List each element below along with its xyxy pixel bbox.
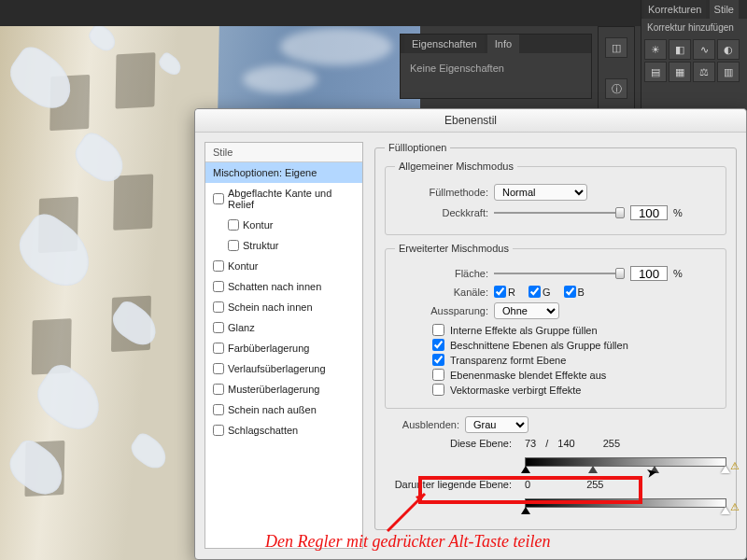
style-check-6[interactable] [213,301,224,313]
adj-exposure-icon[interactable]: ◐ [717,39,740,60]
adj-misc-icon[interactable]: ▥ [717,62,740,82]
info-icon[interactable]: ⓘ [605,78,627,99]
adv-check-label-1: Beschnittene Ebenen als Gruppe füllen [450,340,628,351]
annotation-text: Den Regler mit gedrückter Alt-Taste teil… [265,532,550,552]
style-item-6[interactable]: Schein nach innen [205,297,362,317]
style-label-9: Verlaufsüberlagerung [228,363,326,374]
warn-icon-2: ⚠ [730,501,740,513]
general-legend: Allgemeiner Mischmodus [395,161,517,172]
style-item-7[interactable]: Glanz [205,317,362,338]
adv-check-1[interactable] [432,339,444,351]
blendif-select[interactable]: Grau [465,416,529,433]
dialog-title: Ebenenstil [195,109,746,133]
style-label-2: Kontur [243,219,273,231]
knockout-label: Aussparung: [395,305,488,316]
channel-r-check[interactable] [494,286,506,298]
fill-input[interactable] [630,266,668,281]
this-black-stop[interactable] [521,466,530,473]
this-white-stop[interactable] [721,466,730,473]
style-label-4: Kontur [228,260,258,272]
style-item-2[interactable]: Kontur [205,215,362,235]
this-val-0: 73 [525,438,536,449]
adv-check-4[interactable] [432,384,444,396]
style-item-0[interactable]: Mischoptionen: Eigene [205,162,362,183]
style-item-5[interactable]: Schatten nach innen [205,276,362,297]
style-check-7[interactable] [213,322,224,333]
style-check-11[interactable] [213,404,224,415]
cursor-icon: ➤ [645,464,659,481]
style-check-9[interactable] [213,363,224,374]
style-item-9[interactable]: Verlaufsüberlagerung [205,358,362,379]
tab-eigenschaften[interactable]: Eigenschaften [404,35,485,53]
style-label-11: Schein nach außen [228,404,317,415]
this-split-lo[interactable] [588,466,598,473]
adj-brightness-icon[interactable]: ☀ [644,39,667,60]
style-label-3: Struktur [243,240,279,251]
style-check-2[interactable] [228,219,239,231]
adv-check-label-4: Vektormaske verbirgt Effekte [450,385,581,396]
fill-slider[interactable] [494,267,625,280]
opacity-slider[interactable] [494,206,625,219]
warn-icon: ⚠ [730,460,740,472]
blend-mode-select[interactable]: Normal [494,184,587,201]
fill-unit: % [673,268,683,279]
style-item-11[interactable]: Schein nach außen [205,399,362,420]
adv-check-label-0: Interne Effekte als Gruppe füllen [450,325,598,336]
adv-check-3[interactable] [432,369,444,381]
blend-mode-label: Füllmethode: [395,187,488,198]
opacity-label: Deckkraft: [395,207,488,218]
style-item-3[interactable]: Struktur [205,235,362,256]
channels-label: Kanäle: [395,287,488,298]
style-item-12[interactable]: Schlagschatten [205,420,362,441]
knockout-select[interactable]: Ohne [494,302,559,319]
channel-r-label: R [508,287,515,298]
style-label-6: Schein nach innen [228,301,313,313]
style-label-5: Schatten nach innen [228,281,321,292]
advanced-legend: Erweiterter Mischmodus [395,243,513,254]
tab-info[interactable]: Info [487,35,519,53]
opacity-input[interactable] [630,205,668,220]
adj-curves-icon[interactable]: ∿ [693,39,715,60]
this-layer-gradient[interactable]: ⚠ [525,455,726,473]
style-check-10[interactable] [213,384,224,395]
adv-check-0[interactable] [432,324,444,336]
this-val-sep: / [545,438,548,449]
cube-icon[interactable]: ◫ [605,37,627,58]
under-white-stop[interactable] [721,507,730,514]
fill-label: Fläche: [395,268,488,279]
adj-invert-icon[interactable]: ▤ [644,62,667,82]
style-label-0: Mischoptionen: Eigene [213,167,317,178]
adjustments-sub: Korrektur hinzufügen [641,19,747,36]
opacity-unit: % [673,207,683,218]
fill-options-legend: Füllloptionen [385,142,450,153]
under-black-stop[interactable] [521,507,530,514]
channel-b-label: B [578,287,585,298]
tab-stile[interactable]: Stile [710,0,739,19]
style-check-12[interactable] [213,425,224,436]
channel-g-label: G [543,287,551,298]
style-check-3[interactable] [228,240,239,251]
style-item-4[interactable]: Kontur [205,256,362,276]
channel-g-check[interactable] [529,286,541,298]
properties-panel: Eigenschaften Info Keine Eigenschaften [400,34,592,99]
adjustments-panel: Korrekturen Stile Korrektur hinzufügen ☀… [641,0,747,108]
style-item-1[interactable]: Abgeflachte Kante und Relief [205,183,362,215]
style-check-1[interactable] [213,193,224,204]
this-layer-label: Diese Ebene: [385,438,515,449]
style-label-12: Schlagschatten [228,425,298,436]
style-check-4[interactable] [213,260,224,272]
adj-levels-icon[interactable]: ◧ [669,39,691,60]
style-check-8[interactable] [213,343,224,354]
adj-lookup-icon[interactable]: ▦ [669,62,691,82]
tab-korrekturen[interactable]: Korrekturen [643,0,706,19]
this-val-2: 255 [603,438,620,449]
blendif-label: Ausblenden: [385,419,459,430]
adj-balance-icon[interactable]: ⚖ [693,62,715,82]
style-item-8[interactable]: Farbüberlagerung [205,338,362,358]
adv-check-2[interactable] [432,354,444,366]
styles-list: Stile Mischoptionen: EigeneAbgeflachte K… [204,142,363,549]
style-check-5[interactable] [213,281,224,292]
channel-b-check[interactable] [564,286,576,298]
style-item-10[interactable]: Musterüberlagerung [205,379,362,399]
styles-header[interactable]: Stile [205,143,362,162]
